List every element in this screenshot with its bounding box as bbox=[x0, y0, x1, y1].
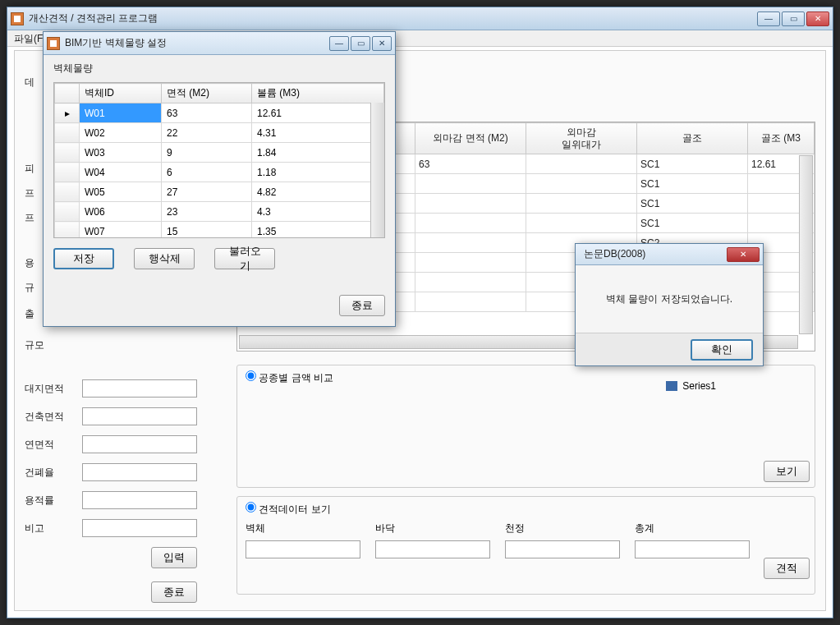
cell[interactable] bbox=[415, 253, 526, 273]
msgbox-ok-button[interactable]: 확인 bbox=[691, 339, 753, 361]
maximize-button[interactable]: ▭ bbox=[782, 11, 805, 26]
cell[interactable]: SC1 bbox=[637, 194, 748, 214]
input-button[interactable]: 입력 bbox=[151, 547, 197, 568]
cell[interactable] bbox=[415, 233, 526, 253]
dgrid-rowheader-blank bbox=[55, 84, 80, 103]
cell-area[interactable]: 22 bbox=[162, 123, 252, 143]
mgrid-h4[interactable]: 외마감 일위대가 bbox=[526, 123, 637, 154]
grid-vscroll[interactable] bbox=[799, 155, 813, 334]
svg-rect-0 bbox=[14, 16, 21, 22]
cell[interactable]: SC1 bbox=[637, 174, 748, 194]
cell[interactable] bbox=[526, 194, 637, 214]
table-row[interactable]: W0391.84 bbox=[55, 143, 384, 163]
chart-radio-input[interactable] bbox=[246, 370, 256, 381]
msgbox-close-icon[interactable]: ✕ bbox=[727, 247, 760, 262]
estimate-button[interactable]: 견적 bbox=[764, 558, 810, 579]
cell-id[interactable]: W03 bbox=[80, 143, 162, 163]
table-row[interactable]: ▸W016312.61 bbox=[55, 103, 384, 123]
msgbox-title: 논문DB(2008) bbox=[579, 247, 727, 261]
input-geonchuk[interactable] bbox=[82, 407, 197, 425]
cell[interactable] bbox=[526, 214, 637, 233]
cell[interactable] bbox=[526, 174, 637, 194]
mgrid-h5[interactable]: 골조 bbox=[637, 123, 748, 154]
cell-vol[interactable]: 4.3 bbox=[252, 202, 384, 222]
cell-vol[interactable]: 4.31 bbox=[252, 123, 384, 143]
side-label-gyu: 규 bbox=[25, 281, 34, 295]
cell-area[interactable]: 6 bbox=[162, 163, 252, 182]
side-label-p1: 프 bbox=[25, 186, 34, 200]
cell[interactable] bbox=[526, 154, 637, 174]
cell[interactable] bbox=[415, 194, 526, 214]
cell-id[interactable]: W06 bbox=[80, 202, 162, 222]
dialog-save-button[interactable]: 저장 bbox=[53, 248, 114, 269]
dgrid-h-id[interactable]: 벽체ID bbox=[80, 84, 162, 103]
cell-area[interactable]: 23 bbox=[162, 202, 252, 222]
dgrid-h-vol[interactable]: 볼륨 (M3) bbox=[252, 84, 384, 103]
close-button-form[interactable]: 종료 bbox=[151, 581, 197, 603]
dialog-minimize-button[interactable]: — bbox=[329, 36, 349, 51]
cell-id[interactable]: W04 bbox=[80, 163, 162, 182]
dgrid-vscroll[interactable] bbox=[370, 103, 384, 237]
input-yeon[interactable] bbox=[82, 435, 197, 453]
cell-area[interactable]: 27 bbox=[162, 182, 252, 202]
table-row[interactable]: W07151.35 bbox=[55, 222, 384, 239]
cell[interactable] bbox=[415, 214, 526, 233]
legend-swatch bbox=[666, 381, 677, 391]
label-bigo: 비고 bbox=[25, 522, 82, 535]
msgbox-titlebar[interactable]: 논문DB(2008) ✕ bbox=[576, 244, 763, 265]
msgbox-text: 벽체 물량이 저장되었습니다. bbox=[606, 292, 732, 306]
cell-id[interactable]: W01 bbox=[80, 103, 162, 123]
cell[interactable] bbox=[415, 273, 526, 292]
dv-input-ceiling[interactable] bbox=[505, 540, 620, 558]
cell-id[interactable]: W02 bbox=[80, 123, 162, 143]
dialog-close-icon[interactable]: ✕ bbox=[372, 36, 392, 51]
cell-area[interactable]: 63 bbox=[162, 103, 252, 123]
input-yongjeok[interactable] bbox=[82, 491, 197, 509]
dialog-delete-row-button[interactable]: 행삭제 bbox=[134, 248, 195, 269]
dv-input-floor[interactable] bbox=[375, 540, 490, 558]
cell[interactable] bbox=[415, 174, 526, 194]
cell-id[interactable]: W05 bbox=[80, 182, 162, 202]
cell-area[interactable]: 9 bbox=[162, 143, 252, 163]
dialog-titlebar[interactable]: BIM기반 벽체물량 설정 — ▭ ✕ bbox=[44, 32, 395, 55]
close-button[interactable]: ✕ bbox=[806, 11, 829, 26]
cell[interactable]: SC1 bbox=[637, 154, 748, 174]
input-geonpye[interactable] bbox=[82, 463, 197, 481]
minimize-button[interactable]: — bbox=[757, 11, 780, 26]
chart-view-button[interactable]: 보기 bbox=[764, 461, 810, 482]
main-titlebar[interactable]: 개산견적 / 견적관리 프로그램 — ▭ ✕ bbox=[7, 7, 833, 30]
cell[interactable]: SC1 bbox=[637, 214, 748, 233]
data-view-radio-input[interactable] bbox=[246, 502, 256, 512]
cell-vol[interactable]: 4.82 bbox=[252, 182, 384, 202]
svg-rect-1 bbox=[50, 40, 57, 47]
table-row[interactable]: W06234.3 bbox=[55, 202, 384, 222]
dialog-grid[interactable]: 벽체ID 면적 (M2) 볼륨 (M3) ▸W016312.61W02224.3… bbox=[53, 82, 385, 238]
menu-file[interactable]: 파일(F) bbox=[14, 32, 46, 44]
table-row[interactable]: W0461.18 bbox=[55, 163, 384, 182]
dgrid-h-area[interactable]: 면적 (M2) bbox=[162, 84, 252, 103]
cell-vol[interactable]: 12.61 bbox=[252, 103, 384, 123]
data-view-radio: 견적데이터 보기 bbox=[246, 503, 331, 515]
dv-input-total[interactable] bbox=[635, 540, 750, 558]
label-gyumo: 규모 bbox=[25, 338, 44, 352]
dialog-maximize-button[interactable]: ▭ bbox=[351, 36, 370, 51]
cell-vol[interactable]: 1.18 bbox=[252, 163, 384, 182]
cell[interactable] bbox=[415, 292, 526, 312]
cell-area[interactable]: 15 bbox=[162, 222, 252, 239]
table-row[interactable]: W05274.82 bbox=[55, 182, 384, 202]
cell-vol[interactable]: 1.84 bbox=[252, 143, 384, 163]
data-view-section: 견적데이터 보기 벽체 바닥 천정 총계 견적 bbox=[236, 496, 815, 595]
cell-id[interactable]: W07 bbox=[80, 222, 162, 239]
mgrid-h6[interactable]: 골조 (M3 bbox=[748, 123, 815, 154]
row-indicator bbox=[55, 202, 80, 222]
input-bigo[interactable] bbox=[82, 519, 197, 537]
row-indicator bbox=[55, 143, 80, 163]
cell[interactable]: 63 bbox=[415, 154, 526, 174]
dv-input-wall[interactable] bbox=[246, 540, 360, 558]
dialog-load-button[interactable]: 불러오기 bbox=[214, 248, 275, 269]
input-daeji[interactable] bbox=[82, 379, 197, 398]
table-row[interactable]: W02224.31 bbox=[55, 123, 384, 143]
dialog-close-button[interactable]: 종료 bbox=[339, 295, 385, 316]
mgrid-h3[interactable]: 외마감 면적 (M2) bbox=[415, 123, 526, 154]
cell-vol[interactable]: 1.35 bbox=[252, 222, 384, 239]
